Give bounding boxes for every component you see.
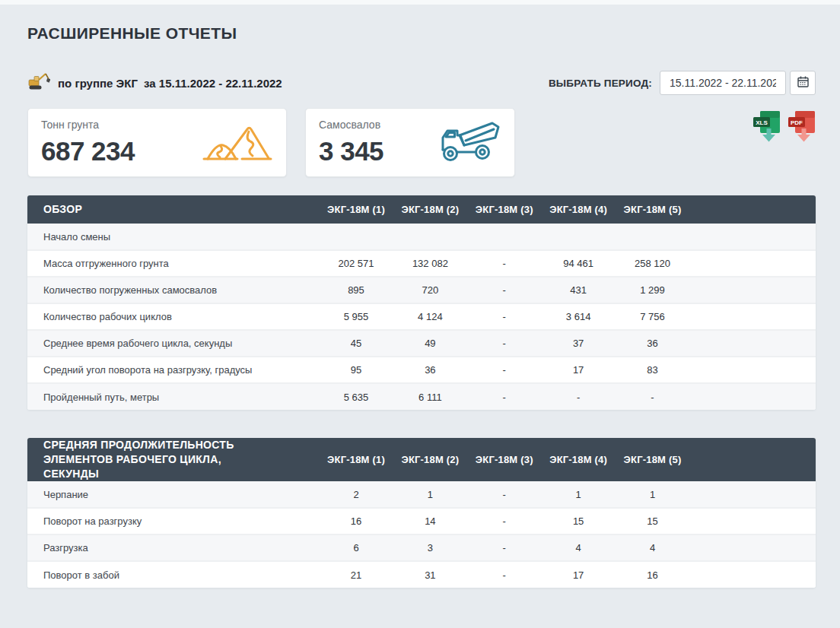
row-filler: [689, 561, 816, 588]
stat-card-tons-text: Тонн грунта 687 234: [41, 119, 135, 169]
table-cell: 258 120: [616, 250, 689, 277]
row-label: Поворот в забой: [27, 561, 319, 588]
table-cell: 15: [616, 508, 689, 534]
column-header: ЭКГ-18М (3): [467, 438, 541, 481]
report-period: за 15.11.2022 - 22.11.2022: [144, 77, 282, 90]
period-label: ВЫБРАТЬ ПЕРИОД:: [549, 78, 652, 89]
overview-table: ОБЗОРЭКГ-18М (1)ЭКГ-18М (2)ЭКГ-18М (3)ЭК…: [27, 195, 816, 410]
table-cell: 36: [616, 330, 689, 357]
table-cell: 6 111: [393, 383, 467, 410]
table-cell: 720: [393, 277, 467, 303]
row-filler: [689, 383, 816, 410]
table-cell: 2: [319, 481, 393, 508]
table-cell: 37: [541, 330, 615, 357]
table-title: СРЕДНЯЯ ПРОДОЛЖИТЕЛЬНОСТЬ ЭЛЕМЕНТОВ РАБО…: [27, 438, 319, 481]
table-cell: 431: [541, 277, 615, 303]
table-cell: 45: [319, 330, 393, 357]
table-cell: 7 756: [616, 303, 689, 330]
table-cell: [393, 224, 467, 250]
table-row: Средний угол поворота на разгрузку, град…: [27, 357, 816, 383]
table-cell: -: [467, 277, 541, 303]
table-cell: -: [467, 561, 541, 588]
row-label: Черпание: [27, 481, 319, 508]
calendar-icon: [797, 75, 810, 90]
row-filler: [689, 508, 816, 534]
stat-value-trucks: 3 345: [319, 136, 383, 167]
table-cell: -: [467, 250, 541, 277]
table-title-text: СРЕДНЯЯ ПРОДОЛЖИТЕЛЬНОСТЬ ЭЛЕМЕНТОВ РАБО…: [43, 438, 272, 481]
row-filler: [689, 534, 816, 561]
table-cell: 4: [541, 534, 615, 561]
table-cell: 14: [393, 508, 467, 534]
cycle-duration-table: СРЕДНЯЯ ПРОДОЛЖИТЕЛЬНОСТЬ ЭЛЕМЕНТОВ РАБО…: [27, 438, 816, 588]
report-scope-text: по группе ЭКГ за 15.11.2022 - 22.11.2022: [58, 77, 282, 90]
column-header: ЭКГ-18М (1): [319, 438, 393, 481]
table-cell: 17: [541, 357, 615, 383]
header-filler: [689, 195, 816, 224]
column-header: ЭКГ-18М (2): [393, 195, 467, 224]
row-label: Пройденный путь, метры: [27, 383, 319, 410]
cycle-duration-table-card: СРЕДНЯЯ ПРОДОЛЖИТЕЛЬНОСТЬ ЭЛЕМЕНТОВ РАБО…: [27, 438, 816, 588]
table-cell: 36: [393, 357, 467, 383]
table-row: Среднее время рабочего цикла, секунды454…: [27, 330, 816, 357]
export-xls-button[interactable]: XLS: [753, 110, 781, 144]
extended-reports-page: РАСШИРЕННЫЕ ОТЧЕТЫ по группе ЭКГ за 15.1…: [0, 24, 840, 588]
xls-file-icon: XLS: [753, 133, 781, 144]
pdf-file-icon: PDF: [788, 133, 816, 144]
column-header: ЭКГ-18М (3): [467, 195, 541, 224]
row-filler: [689, 277, 816, 303]
column-header: ЭКГ-18М (2): [393, 438, 467, 481]
table-row: Поворот на разгрузку1614-1515: [27, 508, 816, 534]
export-buttons: XLS PDF: [753, 110, 816, 144]
table-cell: -: [467, 481, 541, 508]
column-header: ЭКГ-18М (4): [541, 438, 615, 481]
column-header: ЭКГ-18М (5): [616, 438, 689, 481]
table-cell: 16: [616, 561, 689, 588]
period-input[interactable]: [660, 71, 786, 95]
table-cell: [541, 224, 615, 250]
table-cell: 4: [616, 534, 689, 561]
stat-label-trucks: Самосвалов: [319, 119, 383, 131]
table-cell: 17: [541, 561, 615, 588]
row-filler: [689, 303, 816, 330]
table-cell: 49: [393, 330, 467, 357]
excavator-icon: [27, 72, 50, 94]
table-row: Поворот в забой2131-1716: [27, 561, 816, 588]
table-cell: 94 461: [541, 250, 615, 277]
export-pdf-button[interactable]: PDF: [788, 110, 816, 144]
overview-table-card: ОБЗОРЭКГ-18М (1)ЭКГ-18М (2)ЭКГ-18М (3)ЭК…: [27, 195, 816, 410]
table-row: Пройденный путь, метры5 6356 111---: [27, 383, 816, 410]
stat-card-trucks: Самосвалов 3 345: [305, 108, 515, 177]
table-row: Разгрузка63-44: [27, 534, 816, 561]
table-cell: 31: [393, 561, 467, 588]
row-label: Средний угол поворота на разгрузку, град…: [27, 357, 319, 383]
table-header-row: СРЕДНЯЯ ПРОДОЛЖИТЕЛЬНОСТЬ ЭЛЕМЕНТОВ РАБО…: [27, 438, 816, 481]
stat-label-tons: Тонн грунта: [41, 119, 135, 131]
table-cell: 1: [541, 481, 615, 508]
mountain-icon: [202, 119, 272, 167]
table-row: Начало смены: [27, 224, 816, 250]
column-header: ЭКГ-18М (5): [616, 195, 689, 224]
table-cell: -: [467, 357, 541, 383]
table-cell: -: [467, 303, 541, 330]
row-label: Разгрузка: [27, 534, 319, 561]
table-row: Количество рабочих циклов5 9554 124-3 61…: [27, 303, 816, 330]
row-label: Поворот на разгрузку: [27, 508, 319, 534]
table-cell: 1 299: [616, 277, 689, 303]
table-cell: 1: [616, 481, 689, 508]
stat-value-tons: 687 234: [41, 136, 135, 167]
row-filler: [689, 250, 816, 277]
table-cell: -: [467, 534, 541, 561]
table-cell: 1: [393, 481, 467, 508]
row-label: Количество погруженных самосвалов: [27, 277, 319, 303]
calendar-button[interactable]: [790, 71, 816, 95]
table-cell: 5 635: [319, 383, 393, 410]
report-subheader: по группе ЭКГ за 15.11.2022 - 22.11.2022…: [27, 70, 816, 96]
table-cell: 132 082: [393, 250, 467, 277]
table-cell: -: [467, 330, 541, 357]
table-row: Количество погруженных самосвалов895720-…: [27, 277, 816, 303]
svg-text:PDF: PDF: [791, 119, 803, 126]
table-title-text: ОБЗОР: [43, 202, 272, 217]
table-row: Масса отгруженного грунта202 571132 082-…: [27, 250, 816, 277]
table-row: Черпание21-11: [27, 481, 816, 508]
